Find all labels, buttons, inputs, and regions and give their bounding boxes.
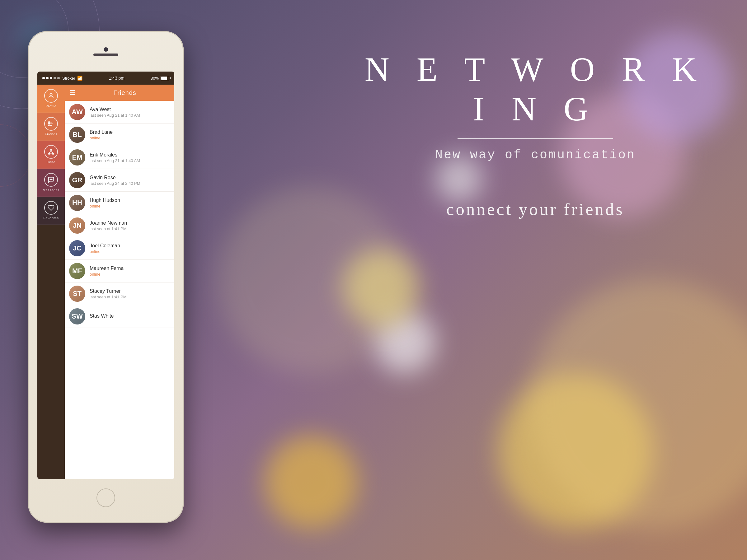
main-content: ☰ Friends AWAva Westlast seen Aug 21 at … xyxy=(65,85,174,479)
friend-item[interactable]: STStacey Turnerlast seen at 1:41 PM xyxy=(65,283,174,305)
sidebar-item-favorites[interactable]: Favorites xyxy=(37,196,65,224)
svg-point-6 xyxy=(49,125,50,126)
friend-avatar: BL xyxy=(69,127,85,143)
svg-point-5 xyxy=(49,123,50,125)
messages-label: Messages xyxy=(43,188,59,192)
unite-label: Unite xyxy=(47,160,55,164)
friend-status: online xyxy=(89,249,170,254)
signal-dot-5 xyxy=(57,77,60,79)
friend-avatar: SW xyxy=(69,308,85,324)
friend-name: Brad Lane xyxy=(89,129,170,135)
friend-status: online xyxy=(89,272,170,276)
svg-line-10 xyxy=(49,150,51,153)
friend-avatar: AW xyxy=(69,104,85,120)
friend-name: Hugh Hudson xyxy=(89,197,170,203)
friend-info: Stas White xyxy=(89,313,170,320)
networking-title: N E T W O R K I N G xyxy=(349,50,722,129)
friend-avatar: EM xyxy=(69,149,85,165)
friend-avatar: GR xyxy=(69,172,85,188)
friend-item[interactable]: JNJoanne Newmanlast seen at 1:41 PM xyxy=(65,214,174,237)
signal-dot-3 xyxy=(50,77,52,79)
profile-label: Profile xyxy=(46,104,57,108)
svg-point-15 xyxy=(52,179,52,180)
phone-camera xyxy=(104,47,108,52)
friend-avatar: HH xyxy=(69,195,85,211)
status-right: 80% xyxy=(151,76,169,81)
friend-item[interactable]: JCJoel Colemanonline xyxy=(65,237,174,260)
friend-name: Stas White xyxy=(89,313,170,319)
status-bar: Strokei 📶 1:43 pm 80% xyxy=(37,72,174,85)
hamburger-button[interactable]: ☰ xyxy=(70,89,75,97)
sidebar-item-profile[interactable]: Profile xyxy=(37,85,65,113)
friends-list[interactable]: AWAva Westlast seen Aug 21 at 1:40 AMBLB… xyxy=(65,101,174,479)
phone-home-button[interactable] xyxy=(97,488,115,507)
friend-avatar: ST xyxy=(69,286,85,302)
friend-status: last seen Aug 24 at 2:40 PM xyxy=(89,181,170,186)
friend-status: last seen Aug 21 at 1:40 AM xyxy=(89,158,170,163)
favorites-label: Favorites xyxy=(43,216,59,220)
signal-dot-1 xyxy=(42,77,45,79)
friend-item[interactable]: SWStas White xyxy=(65,305,174,328)
friend-info: Ava Westlast seen Aug 21 at 1:40 AM xyxy=(89,107,170,117)
friend-item[interactable]: EMErik Moraleslast seen Aug 21 at 1:40 A… xyxy=(65,146,174,169)
friends-label: Friends xyxy=(45,132,57,136)
divider-line xyxy=(458,138,613,139)
bokeh-6 xyxy=(342,249,420,327)
unite-icon xyxy=(44,145,58,159)
profile-icon xyxy=(44,89,58,103)
friends-header-title: Friends xyxy=(80,89,169,97)
svg-point-9 xyxy=(53,153,54,155)
friend-avatar: JC xyxy=(69,240,85,256)
friend-info: Brad Laneonline xyxy=(89,129,170,140)
friend-item[interactable]: HHHugh Hudsononline xyxy=(65,192,174,214)
sidebar: Profile xyxy=(37,85,65,479)
right-panel: N E T W O R K I N G New way of comunicat… xyxy=(349,50,722,219)
svg-point-0 xyxy=(50,94,52,96)
phone-speaker xyxy=(93,54,118,56)
friend-avatar: MF xyxy=(69,263,85,279)
friend-status: last seen at 1:41 PM xyxy=(89,226,170,231)
battery-icon xyxy=(161,76,169,80)
app-content: Profile xyxy=(37,85,174,479)
friend-info: Stacey Turnerlast seen at 1:41 PM xyxy=(89,288,170,299)
friend-status: online xyxy=(89,136,170,140)
friend-status: last seen Aug 21 at 1:40 AM xyxy=(89,113,170,117)
friend-name: Maureen Ferna xyxy=(89,266,170,271)
battery-pct: 80% xyxy=(151,76,159,81)
friend-info: Erik Moraleslast seen Aug 21 at 1:40 AM xyxy=(89,152,170,163)
friend-name: Erik Morales xyxy=(89,152,170,158)
friend-name: Stacey Turner xyxy=(89,288,170,294)
sidebar-item-messages[interactable]: Messages xyxy=(37,169,65,196)
favorites-icon xyxy=(44,201,58,215)
subtitle: New way of comunication xyxy=(349,148,722,162)
friend-status: last seen at 1:41 PM xyxy=(89,295,170,299)
phone-screen: Strokei 📶 1:43 pm 80% xyxy=(37,72,174,479)
friend-info: Joanne Newmanlast seen at 1:41 PM xyxy=(89,220,170,231)
friend-item[interactable]: AWAva Westlast seen Aug 21 at 1:40 AM xyxy=(65,101,174,124)
svg-point-8 xyxy=(49,153,50,155)
signal-dot-2 xyxy=(46,77,49,79)
svg-line-11 xyxy=(51,150,53,153)
signal-dot-4 xyxy=(54,77,56,79)
sidebar-item-unite[interactable]: Unite xyxy=(37,141,65,169)
status-left: Strokei 📶 xyxy=(42,76,82,81)
carrier-label: Strokei xyxy=(62,76,75,81)
friend-item[interactable]: MFMaureen Fernaonline xyxy=(65,260,174,283)
friends-header: ☰ Friends xyxy=(65,85,174,101)
bokeh-1 xyxy=(264,435,358,529)
friend-info: Hugh Hudsononline xyxy=(89,197,170,209)
connect-text: connect your friends xyxy=(349,199,722,219)
friend-status: online xyxy=(89,204,170,209)
messages-icon xyxy=(44,173,58,187)
phone-frame: Strokei 📶 1:43 pm 80% xyxy=(28,31,184,523)
friend-item[interactable]: BLBrad Laneonline xyxy=(65,124,174,146)
sidebar-item-friends[interactable]: Friends xyxy=(37,113,65,141)
friend-name: Ava West xyxy=(89,107,170,112)
svg-point-7 xyxy=(50,149,52,151)
friend-item[interactable]: GRGavin Roselast seen Aug 24 at 2:40 PM xyxy=(65,169,174,192)
friend-info: Maureen Fernaonline xyxy=(89,266,170,276)
status-time: 1:43 pm xyxy=(109,76,125,81)
friend-info: Gavin Roselast seen Aug 24 at 2:40 PM xyxy=(89,175,170,186)
friend-name: Joanne Newman xyxy=(89,220,170,226)
friend-info: Joel Colemanonline xyxy=(89,243,170,254)
